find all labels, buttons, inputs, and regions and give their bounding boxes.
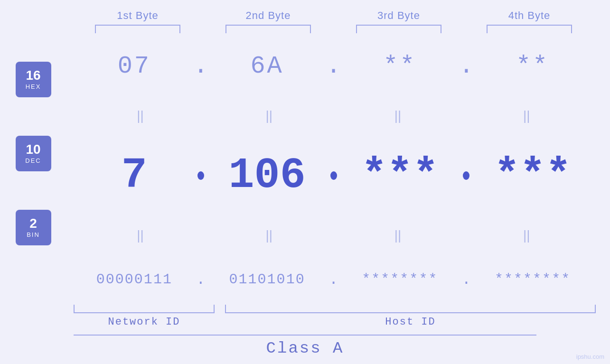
hex-dot-3: . — [463, 52, 469, 80]
bracket-cell-4 — [464, 25, 595, 33]
eq-6: || — [205, 228, 333, 243]
bracket-2 — [225, 25, 311, 33]
left-labels: 16 HEX 10 DEC 2 BIN — [0, 38, 66, 302]
hex-dot-2: . — [330, 52, 337, 80]
class-label-container: Class A — [0, 339, 610, 357]
dec-label: DEC — [25, 157, 41, 164]
dec-badge: 10 DEC — [16, 136, 51, 171]
dec-cell-1: 7 — [71, 151, 197, 200]
bin-value-4: ******** — [495, 271, 571, 288]
bin-value-1: 00000111 — [96, 271, 172, 288]
dec-value-2: 106 — [229, 151, 306, 200]
bottom-brackets-row — [74, 305, 596, 313]
hex-cell-3: ** — [337, 52, 463, 80]
dec-cell-4: *** — [469, 151, 596, 200]
equals-row-1: || || || || — [71, 108, 596, 123]
hex-cell-2: 6A — [204, 52, 330, 80]
hex-row: 07 . 6A . ** . ** — [71, 52, 596, 80]
bracket-1 — [95, 25, 180, 33]
eq-5: || — [76, 228, 205, 243]
hex-badge: 16 HEX — [16, 62, 51, 97]
class-label: Class A — [266, 339, 344, 357]
byte-label-1: 1st Byte — [73, 9, 203, 22]
equals-row-2: || || || || — [71, 228, 596, 243]
bin-cell-3: ******** — [337, 271, 463, 288]
hex-dot-1: . — [197, 52, 204, 80]
dec-dot-2 — [330, 171, 337, 180]
main-container: 1st Byte 2nd Byte 3rd Byte 4th Byte 16 H… — [0, 0, 610, 364]
content-area: 16 HEX 10 DEC 2 BIN 07 . 6A — [0, 38, 610, 302]
byte-label-4: 4th Byte — [464, 9, 595, 22]
hex-value-3: ** — [383, 52, 416, 80]
eq-8: || — [462, 228, 591, 243]
bracket-cell-1 — [73, 25, 203, 33]
dec-row: 7 106 *** *** — [71, 151, 596, 200]
eq-4: || — [462, 108, 591, 123]
bin-dot-3: . — [463, 271, 469, 289]
bracket-4 — [487, 25, 572, 33]
bin-value-2: 01101010 — [229, 271, 305, 288]
bracket-cell-2 — [203, 25, 334, 33]
bracket-3 — [356, 25, 441, 33]
dec-value-1: 7 — [122, 151, 147, 200]
bin-dot-2: . — [330, 271, 337, 289]
host-bracket — [225, 305, 596, 313]
dec-dot-3 — [463, 171, 469, 180]
bin-num: 2 — [29, 217, 37, 230]
bracket-cell-3 — [334, 25, 464, 33]
bottom-labels-row: Network ID Host ID — [74, 316, 596, 328]
host-id-label: Host ID — [225, 316, 596, 328]
dec-dot-1 — [197, 171, 204, 180]
watermark: ipshu.com — [576, 353, 604, 360]
hex-cell-4: ** — [469, 52, 596, 80]
data-grid: 07 . 6A . ** . ** || || || || — [66, 38, 610, 302]
hex-value-4: ** — [516, 52, 549, 80]
hex-label: HEX — [26, 83, 41, 90]
top-brackets-row — [73, 25, 595, 33]
bin-value-3: ******** — [362, 271, 438, 288]
dec-num: 10 — [26, 143, 40, 156]
dec-cell-2: 106 — [204, 151, 330, 200]
dec-value-3: *** — [361, 151, 438, 200]
bin-label: BIN — [27, 231, 40, 238]
bin-cell-1: 00000111 — [71, 271, 197, 288]
dec-value-4: *** — [494, 151, 571, 200]
byte-labels-row: 1st Byte 2nd Byte 3rd Byte 4th Byte — [73, 9, 595, 22]
hex-value-1: 07 — [118, 52, 151, 80]
bin-cell-2: 01101010 — [204, 271, 330, 288]
byte-label-3: 3rd Byte — [334, 9, 464, 22]
bin-dot-1: . — [197, 271, 204, 289]
dec-cell-3: *** — [337, 151, 463, 200]
bin-row: 00000111 . 01101010 . ******** . *******… — [71, 271, 596, 289]
hex-num: 16 — [26, 69, 40, 82]
network-bracket — [74, 305, 215, 313]
hex-cell-1: 07 — [71, 52, 197, 80]
bin-badge: 2 BIN — [16, 210, 51, 245]
class-bracket — [74, 335, 536, 336]
byte-label-2: 2nd Byte — [203, 9, 334, 22]
eq-2: || — [205, 108, 333, 123]
network-id-label: Network ID — [74, 316, 215, 328]
bin-cell-4: ******** — [469, 271, 596, 288]
eq-3: || — [334, 108, 462, 123]
hex-value-2: 6A — [250, 52, 283, 80]
eq-1: || — [76, 108, 205, 123]
eq-7: || — [334, 228, 462, 243]
